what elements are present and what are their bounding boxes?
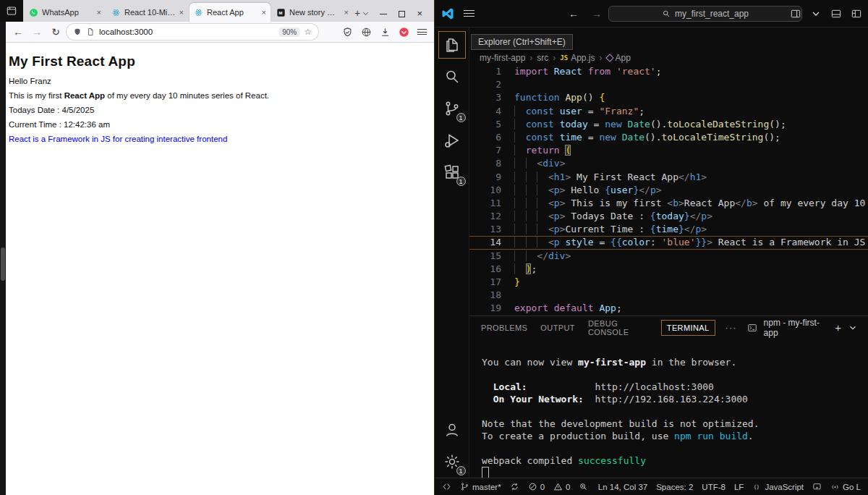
code-line-9[interactable]: 9 <h1> My First React App</h1> [469, 171, 868, 184]
command-center[interactable]: my_first_react_app [608, 6, 802, 22]
panel-tab-debug-console[interactable]: DEBUG CONSOLE [587, 316, 651, 339]
tab-close-icon[interactable]: × [179, 8, 184, 17]
search-button[interactable] [436, 61, 468, 93]
zoom-status[interactable] [579, 482, 588, 491]
browser-tab[interactable]: React 10-Minut× [107, 3, 188, 22]
code-editor[interactable]: 1import React from 'react';23function Ap… [469, 65, 868, 316]
screen: WhatsApp×React 10-Minut×React App×MNew s… [0, 0, 868, 495]
code-line-6[interactable]: 6 const time = new Date().toLocaleTimeSt… [469, 131, 868, 144]
panel-more-icon[interactable]: ··· [726, 322, 737, 333]
browser-tab[interactable]: React App× [190, 3, 271, 22]
go-live[interactable]: Go L [830, 482, 861, 491]
encoding[interactable]: UTF-8 [702, 483, 726, 491]
eol[interactable]: LF [734, 483, 744, 491]
forward-button[interactable]: → [29, 26, 45, 38]
code-line-1[interactable]: 1import React from 'react'; [469, 65, 868, 78]
code-line-8[interactable]: 8 <div> [469, 157, 868, 170]
new-tab-button[interactable]: + [354, 4, 360, 22]
terminal-line: On Your Network: http://192.168.163.224:… [482, 393, 868, 405]
cursor-position[interactable]: Ln 14, Col 37 [598, 483, 647, 491]
tab-close-icon[interactable]: × [344, 8, 349, 17]
go-back-button[interactable]: ← [569, 8, 579, 20]
zoom-level[interactable]: 90% [279, 28, 299, 37]
new-terminal-icon[interactable]: + [835, 321, 841, 334]
code-line-15[interactable]: 15 </div> [469, 250, 868, 263]
firefox-view-button[interactable] [0, 0, 23, 22]
explorer-button[interactable] [436, 29, 468, 61]
menu-icon[interactable] [417, 28, 427, 37]
tab-close-icon[interactable]: × [97, 8, 101, 17]
git-branch[interactable]: master* [460, 482, 501, 491]
code-line-10[interactable]: 10 <p> Hello {user}</p> [469, 184, 868, 197]
code-line-2[interactable]: 2 [469, 78, 868, 91]
customize-layout-icon[interactable] [851, 8, 862, 20]
edge-scrollbar-thumb[interactable] [1, 248, 5, 281]
tracking-protection-shield-icon[interactable] [73, 28, 82, 36]
toolbar-icons [342, 27, 430, 38]
code-line-18[interactable]: 18 [469, 289, 868, 302]
code-line-11[interactable]: 11 <p> This is my first <b>React App</b>… [469, 197, 868, 210]
reload-button[interactable]: ↻ [48, 26, 64, 38]
go-forward-button[interactable]: → [592, 8, 602, 20]
breadcrumb-item[interactable]: App [607, 53, 631, 63]
browser-tab[interactable]: WhatsApp× [25, 3, 106, 22]
remote-indicator[interactable] [442, 482, 451, 491]
code-line-12[interactable]: 12 <p> Todays Date : {today}</p> [469, 210, 868, 223]
hamburger-menu-icon[interactable] [464, 8, 475, 19]
tab-close-icon[interactable]: × [262, 8, 266, 17]
address-bar[interactable]: localhost:3000 90% ☆ [67, 24, 318, 40]
chevron-down-icon[interactable] [810, 8, 822, 20]
terminal-dropdown-icon[interactable] [848, 323, 858, 333]
toggle-panel-icon[interactable] [830, 8, 842, 20]
code-line-19[interactable]: 19export default App; [469, 302, 868, 315]
source-control-button[interactable]: 1 [436, 93, 468, 124]
warnings-status[interactable]: 0 [553, 482, 570, 491]
accounts-button[interactable] [436, 414, 468, 446]
terminal-line: You can now view my-first-app in the bro… [482, 356, 868, 368]
code-line-13[interactable]: 13 <p>Current Time : {time}</p> [469, 223, 868, 236]
code-line-5[interactable]: 5 const today = new Date().toLocaleDateS… [469, 118, 868, 131]
code-line-14[interactable]: 14 <p style = {{color: 'blue'}}> React i… [469, 236, 868, 249]
breadcrumb-item[interactable]: my-first-app [480, 53, 525, 63]
code-text: <p> Todays Date : {today}</p> [514, 210, 712, 223]
globe-icon[interactable] [361, 27, 372, 38]
code-line-17[interactable]: 17} [469, 276, 868, 289]
code-line-3[interactable]: 3function App() { [469, 91, 868, 104]
panel-tab-problems[interactable]: PROBLEMS [480, 321, 529, 335]
run-debug-button[interactable] [436, 124, 468, 156]
list-tabs-button[interactable] [362, 4, 370, 22]
maximize-button[interactable] [399, 11, 405, 17]
site-info-icon[interactable] [86, 28, 95, 36]
panel-tab-terminal[interactable]: TERMINAL [661, 320, 715, 336]
breadcrumb-item[interactable]: src [537, 53, 548, 63]
code-line-4[interactable]: 4 const user = "Franz"; [469, 105, 868, 118]
pocket-icon[interactable] [399, 27, 409, 38]
url-text[interactable]: localhost:3000 [99, 28, 275, 36]
language-mode[interactable]: {}JavaScript [752, 482, 804, 491]
react-icon [111, 8, 121, 17]
tab-label: React App [207, 8, 258, 17]
back-button[interactable]: ← [10, 26, 26, 38]
line-number: 14 [469, 236, 501, 249]
bookmark-star-icon[interactable]: ☆ [304, 27, 312, 37]
extensions-button[interactable]: 1 [436, 156, 468, 188]
code-text: <div> [514, 157, 565, 170]
errors-status[interactable]: 0 [528, 482, 545, 491]
terminal-panel[interactable]: You can now view my-first-app in the bro… [469, 339, 868, 478]
status-extension[interactable] [812, 482, 822, 491]
download-icon[interactable] [380, 27, 391, 38]
code-line-16[interactable]: 16 ); [469, 263, 868, 276]
close-button[interactable]: × [417, 10, 422, 17]
indentation[interactable]: Spaces: 2 [656, 483, 693, 491]
browser-tab[interactable]: MNew story — Me× [272, 3, 353, 22]
greeting-line: Hello Franz [9, 77, 428, 85]
terminal-session-label[interactable]: npm - my-first-app [764, 318, 829, 338]
panel-tab-output[interactable]: OUTPUT [539, 321, 576, 335]
account-shield-icon[interactable] [342, 27, 353, 38]
settings-button[interactable]: 1 [436, 446, 468, 478]
minimize-button[interactable] [380, 14, 387, 14]
code-line-7[interactable]: 7 return ( [469, 144, 868, 157]
breadcrumb-item[interactable]: JSApp.js [560, 53, 595, 63]
git-sync[interactable] [510, 482, 519, 491]
split-editor-icon[interactable] [790, 8, 801, 20]
